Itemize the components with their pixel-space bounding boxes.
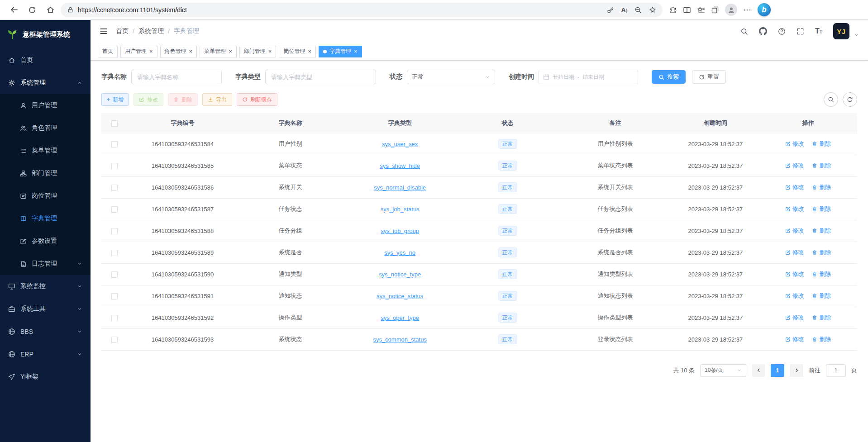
read-aloud-icon[interactable]: A) bbox=[621, 6, 627, 14]
table-header-cell[interactable]: 备注 bbox=[558, 113, 672, 133]
tab-item[interactable]: 用户管理 × bbox=[120, 46, 157, 57]
sidebar-item-param-settings[interactable]: 参数设置 bbox=[0, 230, 91, 252]
dict-type-link[interactable]: sys_normal_disable bbox=[374, 184, 426, 191]
row-delete-link[interactable]: 删除 bbox=[812, 140, 831, 148]
key-icon[interactable] bbox=[607, 6, 614, 14]
next-page-button[interactable] bbox=[790, 364, 803, 377]
table-header-cell[interactable]: 状态 bbox=[457, 113, 558, 133]
collections-icon[interactable] bbox=[711, 6, 719, 14]
row-delete-link[interactable]: 删除 bbox=[812, 205, 831, 213]
zoom-out-icon[interactable] bbox=[634, 6, 642, 14]
page-number-1[interactable]: 1 bbox=[771, 364, 784, 377]
sidebar-item-dept-mgmt[interactable]: 部门管理 bbox=[0, 162, 91, 185]
favorites-bar-icon[interactable] bbox=[697, 6, 705, 14]
breadcrumb-item-home[interactable]: 首页 bbox=[116, 27, 129, 35]
add-button[interactable]: + 新增 bbox=[101, 93, 129, 106]
fullscreen-icon[interactable] bbox=[796, 28, 804, 35]
profile-avatar[interactable] bbox=[725, 4, 737, 16]
dict-type-link[interactable]: sys_job_group bbox=[381, 228, 419, 234]
tab-close-icon[interactable]: × bbox=[308, 48, 311, 54]
row-edit-link[interactable]: 修改 bbox=[785, 227, 804, 235]
split-screen-icon[interactable] bbox=[683, 6, 691, 14]
reset-button[interactable]: 重置 bbox=[692, 70, 726, 84]
tab-close-icon[interactable]: × bbox=[189, 48, 193, 54]
sidebar-item-bbs[interactable]: BBS bbox=[0, 320, 91, 343]
goto-page-input[interactable] bbox=[826, 364, 846, 377]
tab-item[interactable]: 部门管理 × bbox=[239, 46, 277, 57]
header-search-icon[interactable] bbox=[740, 28, 748, 35]
dict-type-link[interactable]: sys_show_hide bbox=[380, 162, 420, 169]
help-icon[interactable] bbox=[778, 28, 786, 35]
select-all-checkbox[interactable] bbox=[111, 120, 118, 127]
table-header-cell[interactable]: 创建时间 bbox=[672, 113, 759, 133]
search-button[interactable]: 搜索 bbox=[652, 70, 686, 84]
row-delete-link[interactable]: 删除 bbox=[812, 227, 831, 235]
sidebar-item-dict-mgmt[interactable]: 字典管理 bbox=[0, 207, 91, 230]
home-button[interactable] bbox=[43, 2, 58, 18]
tab-close-icon[interactable]: × bbox=[229, 48, 232, 54]
dict-type-input[interactable] bbox=[265, 70, 376, 84]
favorite-star-icon[interactable] bbox=[649, 6, 656, 14]
prev-page-button[interactable] bbox=[752, 364, 765, 377]
row-edit-link[interactable]: 修改 bbox=[785, 314, 804, 322]
github-icon[interactable] bbox=[759, 27, 767, 35]
tab-close-icon[interactable]: × bbox=[268, 48, 272, 54]
row-edit-link[interactable]: 修改 bbox=[785, 292, 804, 300]
sidebar-item-erp[interactable]: ERP bbox=[0, 343, 91, 366]
app-logo[interactable]: 意框架管理系统 bbox=[0, 20, 91, 49]
dict-type-link[interactable]: sys_common_status bbox=[373, 336, 427, 343]
table-header-cell[interactable]: 字典编号 bbox=[128, 113, 237, 133]
row-checkbox[interactable] bbox=[111, 185, 118, 191]
tab-item[interactable]: 角色管理 × bbox=[160, 46, 197, 57]
dict-type-link[interactable]: sys_oper_type bbox=[381, 314, 419, 321]
sidebar-item-home[interactable]: 首页 bbox=[0, 49, 91, 71]
breadcrumb-item-system[interactable]: 系统管理 bbox=[138, 27, 164, 35]
sidebar-toggle[interactable] bbox=[100, 27, 108, 35]
status-select[interactable]: 正常 bbox=[407, 70, 495, 84]
row-delete-link[interactable]: 删除 bbox=[812, 335, 831, 343]
tab-item[interactable]: 菜单管理 × bbox=[200, 46, 237, 57]
dict-type-link[interactable]: sys_yes_no bbox=[384, 249, 415, 256]
row-checkbox[interactable] bbox=[111, 206, 118, 213]
row-delete-link[interactable]: 删除 bbox=[812, 314, 831, 322]
tab-item[interactable]: 首页 bbox=[98, 46, 118, 57]
sidebar-item-monitor[interactable]: 系统监控 bbox=[0, 275, 91, 298]
bing-copilot-button[interactable]: b bbox=[758, 3, 771, 16]
user-logo[interactable]: YJ bbox=[833, 23, 849, 39]
row-edit-link[interactable]: 修改 bbox=[785, 183, 804, 191]
sidebar-item-user-mgmt[interactable]: 用户管理 bbox=[0, 94, 91, 117]
toggle-search-button[interactable] bbox=[824, 92, 838, 107]
row-checkbox[interactable] bbox=[111, 141, 118, 147]
sidebar-item-post-mgmt[interactable]: 岗位管理 bbox=[0, 185, 91, 207]
dict-type-link[interactable]: sys_user_sex bbox=[382, 141, 418, 147]
font-size-icon[interactable]: TT bbox=[815, 27, 822, 35]
extensions-icon[interactable] bbox=[669, 6, 677, 14]
dict-name-input[interactable] bbox=[131, 70, 222, 84]
back-button[interactable] bbox=[6, 2, 22, 18]
row-delete-link[interactable]: 删除 bbox=[812, 270, 831, 278]
dict-type-link[interactable]: sys_notice_type bbox=[379, 271, 421, 278]
edit-button[interactable]: 修改 bbox=[134, 93, 163, 106]
dict-type-link[interactable]: sys_job_status bbox=[381, 206, 420, 213]
table-header-cell[interactable]: 字典类型 bbox=[343, 113, 457, 133]
table-header-cell[interactable]: 操作 bbox=[759, 113, 857, 133]
row-edit-link[interactable]: 修改 bbox=[785, 270, 804, 278]
dict-type-link[interactable]: sys_notice_status bbox=[377, 293, 423, 299]
end-date-input[interactable]: 结束日期 bbox=[582, 73, 604, 81]
row-edit-link[interactable]: 修改 bbox=[785, 140, 804, 148]
row-checkbox[interactable] bbox=[111, 250, 118, 256]
sidebar-item-system[interactable]: 系统管理 bbox=[0, 71, 91, 94]
tab-close-icon[interactable]: × bbox=[354, 48, 358, 54]
export-button[interactable]: 导出 bbox=[202, 93, 232, 106]
page-size-select[interactable]: 10条/页 bbox=[700, 364, 746, 377]
row-edit-link[interactable]: 修改 bbox=[785, 335, 804, 343]
row-delete-link[interactable]: 删除 bbox=[812, 183, 831, 191]
row-checkbox[interactable] bbox=[111, 293, 118, 299]
date-range-picker[interactable]: 开始日期 - 结束日期 bbox=[539, 70, 638, 84]
row-edit-link[interactable]: 修改 bbox=[785, 248, 804, 257]
delete-button[interactable]: 删除 bbox=[168, 93, 198, 106]
row-delete-link[interactable]: 删除 bbox=[812, 292, 831, 300]
settings-menu-button[interactable]: ⋯ bbox=[743, 5, 752, 15]
row-edit-link[interactable]: 修改 bbox=[785, 162, 804, 170]
refresh-table-button[interactable] bbox=[843, 92, 857, 107]
